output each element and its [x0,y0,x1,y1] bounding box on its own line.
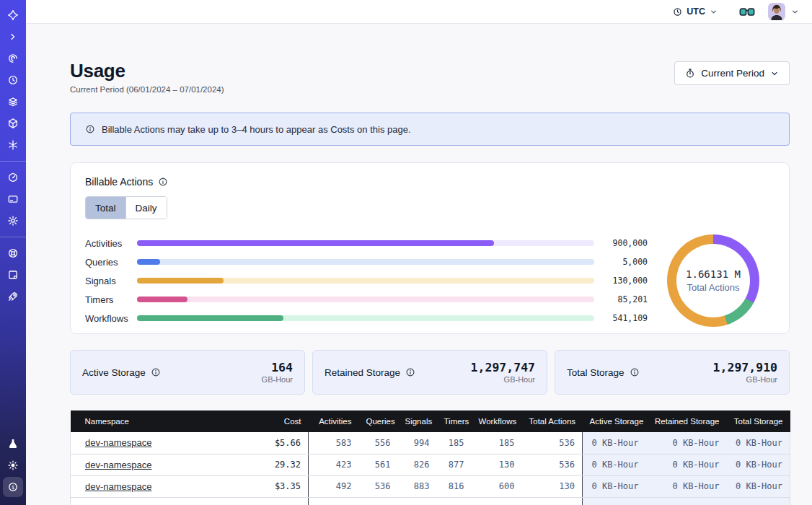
sidebar-item-lifebuoy[interactable] [3,243,23,263]
chevron-down-icon [710,8,718,16]
column-header: Activities [309,410,359,432]
info-banner-text: Billable Actions may take up to 3–4 hour… [102,124,411,135]
table-cell: 0 KB-Hour [583,432,646,454]
usage-bar-row: Queries5,000 [85,252,648,271]
active-storage-value: 164 [262,361,293,374]
rocket-icon [7,291,19,302]
sidebar-item-temporal-logo[interactable] [3,5,23,25]
active-storage-unit: GB-Hour [262,375,293,384]
table-cell: 583 [309,432,359,454]
sidebar-item-credit-card[interactable] [3,189,23,209]
tab-total[interactable]: Total [86,197,126,219]
sidebar-item-retention-clock[interactable] [3,70,23,90]
sidebar-item-layers[interactable] [3,92,23,112]
credit-card-icon [7,193,19,205]
retained-storage-card: Retained Storage 1,297,747 GB-Hour [312,350,547,395]
period-selector-button[interactable]: Current Period [674,61,790,85]
storage-summary-row: Active Storage 164 GB-Hour Retained Stor… [70,350,790,395]
bar-value: 5,000 [604,257,648,267]
table-cell: $3.35 [229,475,309,497]
table-cell: 423 [309,454,359,475]
chevron-down-icon [770,69,779,78]
avatar[interactable] [768,3,785,20]
table-cell: 0 KB-Hour [646,432,727,454]
sidebar-item-sun[interactable] [3,455,23,475]
cube-icon [7,118,19,129]
tab-daily[interactable]: Daily [126,197,167,219]
sidebar-item-chevron-right[interactable] [3,27,23,47]
info-icon[interactable] [151,367,161,377]
page-header: Usage Current Period (06/01/2024 – 07/01… [70,60,790,94]
sidebar-item-cube[interactable] [3,113,23,133]
sidebar-item-gauge[interactable] [3,167,23,188]
clock-icon [673,7,682,17]
bar-fill [137,259,160,265]
total-storage-label: Total Storage [567,367,625,378]
namespace-link[interactable]: dev-namespace [85,437,152,448]
retention-clock-icon [7,74,19,86]
bar-track [137,259,594,265]
flask-icon [7,438,19,449]
sidebar-item-gear[interactable] [3,211,23,231]
active-storage-card: Active Storage 164 GB-Hour [70,350,305,395]
table-cell: 0 KB-Hour [583,475,646,497]
bar-fill [137,315,283,321]
table-cell [583,497,646,505]
timezone-label: UTC [687,6,705,17]
sidebar-item-dollar-coin[interactable]: $ [3,477,23,497]
table-cell: 536 [522,432,583,454]
sidebar: $ [0,0,26,505]
table-cell [398,497,437,505]
table-cell [437,497,472,505]
bar-fill [137,297,187,302]
temporal-logo-icon [7,9,19,21]
info-icon[interactable] [405,367,415,377]
bar-track [137,240,594,246]
total-storage-value: 1,297,910 [713,361,777,374]
sidebar-item-rocket[interactable] [3,286,23,307]
table-cell: 29.32 [229,454,309,475]
usage-bar-row: Workflows541,109 [85,309,648,328]
column-header: Cost [229,410,309,432]
bar-label: Activities [85,238,137,249]
gear-icon [7,215,19,227]
dollar-coin-icon: $ [7,481,19,493]
svg-text:$: $ [12,485,14,491]
sidebar-item-asterisk[interactable] [3,135,23,155]
sun-icon [7,460,19,471]
total-storage-card: Total Storage 1,297,910 GB-Hour [555,350,790,395]
table-cell: 883 [398,475,437,497]
bar-track [137,315,594,321]
namespace-link[interactable]: dev-namespace [85,460,152,470]
column-header: Queries [359,410,398,432]
table-cell: 536 [522,454,583,475]
chevron-right-icon [7,31,19,43]
bar-label: Workflows [85,313,137,324]
timezone-selector[interactable]: UTC [673,6,718,17]
column-header: Total Actions [522,410,583,432]
table-header-row: NamespaceCostActivitiesQueriesSignalsTim… [71,410,790,432]
sidebar-divider [0,237,26,237]
usage-bar-row: Signals130,000 [85,271,648,290]
table-cell: 556 [359,432,398,454]
table-cell: 0 KB-Hour [646,475,727,497]
table-cell [71,497,229,505]
sidebar-item-docs[interactable] [3,265,23,285]
info-icon[interactable] [630,367,640,377]
sidebar-item-spiral[interactable] [3,48,23,69]
table-cell: 600 [472,475,522,497]
bar-fill [137,278,224,284]
table-cell: 536 [359,475,398,497]
table-cell [229,497,309,505]
sidebar-item-flask[interactable] [3,434,23,454]
column-header: Retained Storage [646,410,727,432]
namespace-link[interactable]: dev-namespace [85,481,152,492]
glasses-icon[interactable] [739,6,755,17]
column-header: Timers [437,410,472,432]
info-icon[interactable] [158,177,168,187]
period-selector-label: Current Period [701,68,764,79]
usage-bar-row: Activities900,000 [85,234,648,252]
bar-label: Signals [85,276,137,286]
sidebar-divider [0,161,26,162]
account-chevron-down-icon[interactable] [791,8,799,16]
